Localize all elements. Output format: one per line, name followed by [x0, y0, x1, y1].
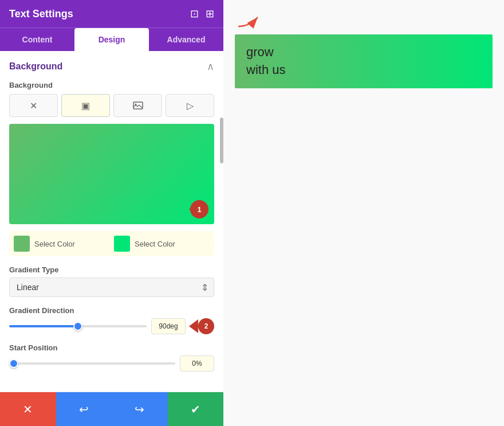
tab-content[interactable]: Content [0, 28, 74, 51]
start-position-label: Start Position [9, 343, 214, 352]
color-label-2: Select Color [135, 240, 175, 248]
color-selector-2[interactable]: Select Color [114, 236, 210, 252]
right-panel: grow with us [223, 0, 504, 426]
redo-button[interactable]: ↪ [112, 392, 168, 426]
gradient-direction-row: 90deg 2 [9, 318, 214, 334]
bg-type-row: ✕ ▣ ▷ [9, 94, 214, 117]
preview-text-box: grow with us [235, 34, 493, 88]
badge-2: 2 [189, 318, 214, 334]
left-panel: Text Settings ⊡ ⊞ Content Design Advance… [0, 0, 223, 426]
bg-type-color[interactable]: ▣ [61, 94, 110, 117]
gradient-direction-group: Gradient Direction 90deg 2 [9, 306, 214, 334]
gradient-type-group: Gradient Type Linear Radial ⇕ [9, 265, 214, 297]
collapse-section-icon[interactable]: ∧ [207, 60, 214, 73]
gradient-type-label: Gradient Type [9, 265, 214, 274]
preview-text-line1: grow [246, 44, 481, 61]
bottom-toolbar: ✕ ↩ ↪ ✔ [0, 392, 223, 426]
header-icons: ⊡ ⊞ [190, 7, 214, 20]
arrow-svg [233, 13, 261, 30]
badge-2-circle: 2 [198, 318, 214, 334]
color-selectors-row: Select Color Select Color [9, 231, 214, 256]
gradient-direction-label: Gradient Direction [9, 306, 214, 315]
arrow-indicator [233, 13, 261, 30]
section-header: Background ∧ [9, 60, 214, 73]
bg-type-video[interactable]: ▷ [166, 94, 214, 117]
badge-1: 1 [190, 200, 208, 218]
gradient-type-select-wrapper: Linear Radial ⇕ [9, 278, 214, 297]
start-position-group: Start Position 0% [9, 343, 214, 372]
section-title: Background [9, 61, 62, 72]
bg-type-image[interactable] [113, 94, 162, 117]
start-position-track [9, 362, 175, 365]
gradient-direction-value[interactable]: 90deg [151, 318, 186, 334]
color-selector-1[interactable]: Select Color [14, 236, 109, 252]
color-swatch-2 [114, 236, 130, 252]
tab-design[interactable]: Design [74, 28, 149, 51]
panel-content: Background ∧ Background ✕ ▣ ▷ 1 Select C [0, 51, 223, 392]
panel-title: Text Settings [9, 8, 73, 20]
preview-text-line2: with us [246, 61, 481, 79]
gradient-direction-slider-container [9, 321, 147, 332]
gradient-type-select[interactable]: Linear Radial [9, 278, 214, 297]
collapse-panel-icon[interactable]: ⊞ [206, 7, 214, 20]
start-position-row: 0% [9, 355, 214, 372]
gradient-direction-fill [9, 325, 78, 327]
panel-header: Text Settings ⊡ ⊞ [0, 0, 223, 28]
tab-advanced[interactable]: Advanced [149, 28, 223, 51]
color-label-1: Select Color [34, 240, 75, 248]
start-position-slider-container [9, 358, 175, 369]
background-field-label: Background [9, 81, 214, 89]
tabs-bar: Content Design Advanced [0, 28, 223, 51]
start-position-value[interactable]: 0% [180, 355, 214, 372]
expand-icon[interactable]: ⊡ [190, 7, 199, 20]
badge-1-container: 1 [190, 200, 208, 218]
cancel-button[interactable]: ✕ [0, 392, 56, 426]
gradient-direction-thumb[interactable] [73, 322, 82, 331]
badge-2-container: 90deg 2 [151, 318, 214, 334]
start-position-thumb[interactable] [9, 359, 18, 368]
confirm-button[interactable]: ✔ [168, 392, 224, 426]
color-swatch-1 [14, 236, 30, 252]
badge-2-arrow [189, 319, 198, 333]
bg-type-none[interactable]: ✕ [9, 94, 58, 117]
undo-button[interactable]: ↩ [56, 392, 112, 426]
gradient-direction-track [9, 325, 147, 327]
gradient-preview: 1 [9, 124, 214, 224]
